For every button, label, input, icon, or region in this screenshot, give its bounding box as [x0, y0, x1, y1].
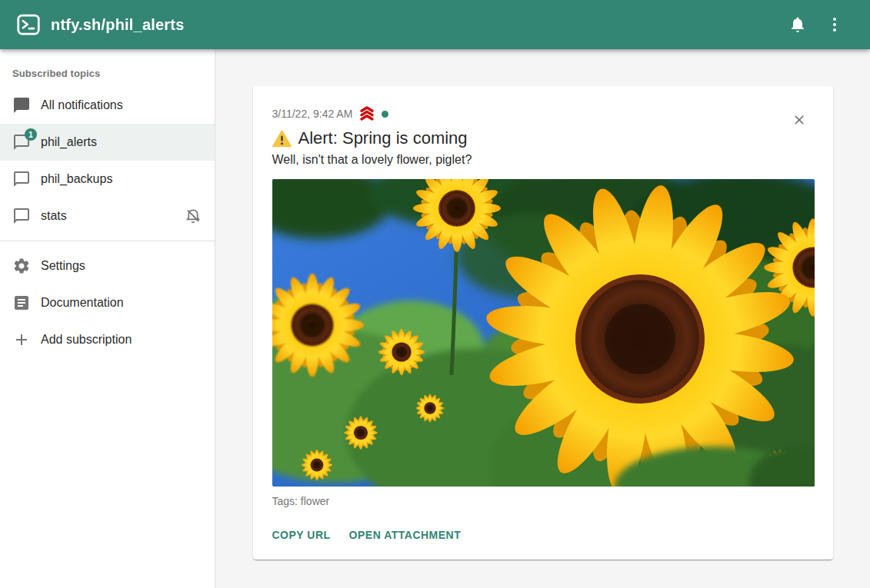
close-notification-button[interactable]	[784, 105, 815, 135]
sidebar-item-add-subscription[interactable]: Add subscription	[0, 321, 215, 358]
notification-title: Alert: Spring is coming	[298, 128, 468, 148]
notification-card: 3/11/22, 9:42 AM Alert: Spring is comi	[253, 86, 833, 560]
warning-triangle-icon	[272, 130, 292, 148]
chat-bubble-outline-icon	[12, 207, 31, 225]
notifications-bell-icon	[788, 15, 807, 34]
more-vert-icon	[825, 15, 844, 34]
sidebar-item-label: Add subscription	[41, 333, 202, 347]
attachment-image[interactable]	[272, 179, 815, 487]
tags-line: Tags: flower	[272, 495, 814, 507]
open-attachment-button[interactable]: OPEN ATTACHMENT	[349, 524, 462, 546]
notification-timestamp: 3/11/22, 9:42 AM	[272, 108, 353, 120]
article-icon	[12, 294, 31, 312]
sidebar-item-stats[interactable]: stats	[0, 198, 215, 234]
sidebar-item-label: Settings	[41, 259, 202, 273]
chat-bubble-outline-icon: 1	[12, 133, 31, 151]
main-content: 3/11/22, 9:42 AM Alert: Spring is comi	[215, 49, 870, 588]
sidebar-item-label: stats	[41, 209, 174, 223]
unread-count-badge: 1	[25, 128, 37, 141]
sidebar-item-phil-backups[interactable]: phil_backups	[0, 161, 215, 198]
terminal-prompt-icon	[17, 14, 40, 35]
card-actions: COPY URL OPEN ATTACHMENT	[272, 524, 814, 546]
more-menu-button[interactable]	[818, 8, 852, 42]
notifications-bell-button[interactable]	[781, 8, 815, 42]
page-title: ntfy.sh/phil_alerts	[51, 16, 184, 34]
notifications-off-icon	[184, 207, 202, 225]
unread-dot	[382, 111, 388, 118]
sidebar-item-label: phil_alerts	[41, 135, 202, 149]
close-icon	[792, 112, 807, 128]
sidebar-item-label: All notifications	[41, 98, 202, 112]
sidebar-item-label: phil_backups	[41, 172, 202, 186]
priority-high-icon	[358, 106, 376, 121]
chat-bubble-outline-icon	[12, 170, 31, 188]
sidebar-item-documentation[interactable]: Documentation	[0, 284, 215, 321]
notification-title-row: Alert: Spring is coming	[272, 128, 814, 148]
sidebar-item-phil-alerts[interactable]: 1 phil_alerts	[0, 124, 215, 161]
app-bar: ntfy.sh/phil_alerts	[0, 0, 870, 49]
plus-icon	[12, 331, 31, 349]
notification-body: Well, isn't that a lovely flower, piglet…	[272, 153, 814, 167]
chat-bubble-filled-icon	[12, 96, 31, 115]
sidebar: Subscribed topics All notifications 1 ph…	[0, 49, 215, 588]
sidebar-divider	[0, 241, 215, 241]
notification-meta-row: 3/11/22, 9:42 AM	[272, 106, 814, 121]
sidebar-item-all-notifications[interactable]: All notifications	[0, 87, 215, 124]
sidebar-item-label: Documentation	[41, 296, 202, 310]
sidebar-item-settings[interactable]: Settings	[0, 247, 215, 284]
subscribed-topics-label: Subscribed topics	[0, 55, 215, 87]
settings-gear-icon	[12, 257, 31, 275]
copy-url-button[interactable]: COPY URL	[272, 524, 331, 546]
